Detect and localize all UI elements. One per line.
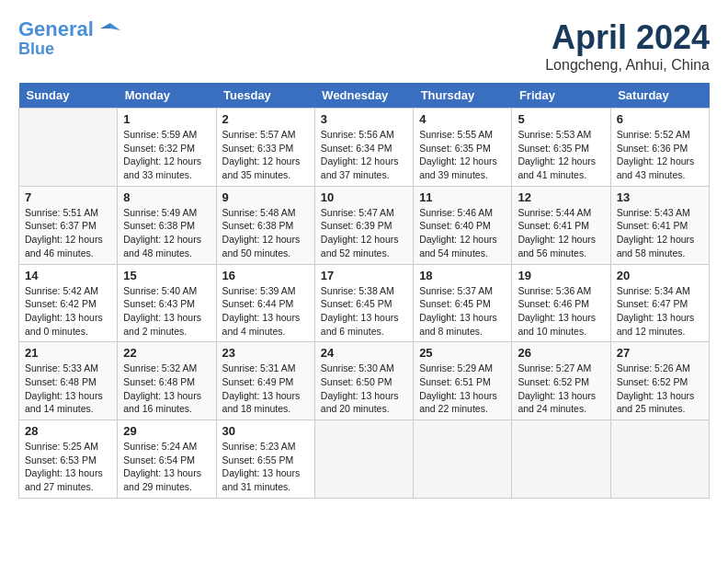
calendar-cell: 6Sunrise: 5:52 AM Sunset: 6:36 PM Daylig… bbox=[610, 109, 709, 187]
header: General Blue April 2024 Longcheng, Anhui… bbox=[18, 18, 710, 74]
calendar-cell: 26Sunrise: 5:27 AM Sunset: 6:52 PM Dayli… bbox=[512, 342, 610, 420]
day-number: 28 bbox=[25, 424, 111, 438]
day-number: 29 bbox=[123, 424, 210, 438]
calendar-cell: 18Sunrise: 5:37 AM Sunset: 6:45 PM Dayli… bbox=[414, 264, 512, 342]
day-number: 26 bbox=[518, 346, 604, 360]
calendar-cell: 4Sunrise: 5:55 AM Sunset: 6:35 PM Daylig… bbox=[414, 109, 512, 187]
calendar-cell: 5Sunrise: 5:53 AM Sunset: 6:35 PM Daylig… bbox=[512, 109, 610, 187]
calendar-cell: 13Sunrise: 5:43 AM Sunset: 6:41 PM Dayli… bbox=[610, 186, 709, 264]
day-number: 18 bbox=[419, 269, 506, 282]
weekday-header-wednesday: Wednesday bbox=[314, 83, 413, 109]
day-info: Sunrise: 5:57 AM Sunset: 6:33 PM Dayligh… bbox=[222, 128, 309, 182]
logo: General Blue bbox=[18, 18, 121, 59]
day-info: Sunrise: 5:48 AM Sunset: 6:38 PM Dayligh… bbox=[222, 206, 309, 260]
calendar-cell: 15Sunrise: 5:40 AM Sunset: 6:43 PM Dayli… bbox=[118, 264, 216, 342]
logo-general: General bbox=[18, 17, 94, 40]
calendar-cell: 25Sunrise: 5:29 AM Sunset: 6:51 PM Dayli… bbox=[414, 342, 512, 420]
calendar-cell: 8Sunrise: 5:49 AM Sunset: 6:38 PM Daylig… bbox=[118, 186, 216, 264]
calendar-cell bbox=[414, 420, 512, 499]
calendar-cell: 28Sunrise: 5:25 AM Sunset: 6:53 PM Dayli… bbox=[19, 420, 118, 499]
calendar-cell: 30Sunrise: 5:23 AM Sunset: 6:55 PM Dayli… bbox=[216, 420, 314, 499]
day-info: Sunrise: 5:37 AM Sunset: 6:45 PM Dayligh… bbox=[419, 284, 506, 339]
day-number: 13 bbox=[617, 190, 703, 204]
day-info: Sunrise: 5:44 AM Sunset: 6:41 PM Dayligh… bbox=[518, 206, 604, 260]
day-number: 21 bbox=[25, 346, 111, 360]
calendar-cell: 1Sunrise: 5:59 AM Sunset: 6:32 PM Daylig… bbox=[118, 109, 216, 187]
day-info: Sunrise: 5:24 AM Sunset: 6:54 PM Dayligh… bbox=[123, 440, 210, 494]
weekday-header-row: SundayMondayTuesdayWednesdayThursdayFrid… bbox=[19, 83, 710, 109]
day-number: 6 bbox=[617, 112, 703, 126]
svg-marker-1 bbox=[100, 23, 110, 29]
title-area: April 2024 Longcheng, Anhui, China bbox=[545, 18, 710, 74]
calendar-cell: 12Sunrise: 5:44 AM Sunset: 6:41 PM Dayli… bbox=[512, 186, 610, 264]
day-number: 20 bbox=[617, 269, 703, 282]
day-number: 7 bbox=[25, 190, 111, 204]
day-number: 16 bbox=[222, 269, 309, 282]
weekday-header-friday: Friday bbox=[512, 83, 610, 109]
calendar-cell: 21Sunrise: 5:33 AM Sunset: 6:48 PM Dayli… bbox=[19, 342, 118, 420]
calendar-cell: 24Sunrise: 5:30 AM Sunset: 6:50 PM Dayli… bbox=[314, 342, 413, 420]
day-info: Sunrise: 5:30 AM Sunset: 6:50 PM Dayligh… bbox=[321, 362, 407, 416]
day-info: Sunrise: 5:34 AM Sunset: 6:47 PM Dayligh… bbox=[617, 284, 703, 339]
weekday-header-thursday: Thursday bbox=[414, 83, 512, 109]
calendar-cell: 2Sunrise: 5:57 AM Sunset: 6:33 PM Daylig… bbox=[216, 109, 314, 187]
day-number: 17 bbox=[321, 269, 407, 282]
calendar-cell bbox=[512, 420, 610, 499]
day-info: Sunrise: 5:39 AM Sunset: 6:44 PM Dayligh… bbox=[222, 284, 309, 339]
calendar-cell: 27Sunrise: 5:26 AM Sunset: 6:52 PM Dayli… bbox=[610, 342, 709, 420]
day-info: Sunrise: 5:51 AM Sunset: 6:37 PM Dayligh… bbox=[25, 206, 111, 260]
calendar-week-row: 14Sunrise: 5:42 AM Sunset: 6:42 PM Dayli… bbox=[19, 264, 710, 342]
day-info: Sunrise: 5:40 AM Sunset: 6:43 PM Dayligh… bbox=[123, 284, 210, 339]
calendar-cell: 9Sunrise: 5:48 AM Sunset: 6:38 PM Daylig… bbox=[216, 186, 314, 264]
day-number: 9 bbox=[222, 190, 309, 204]
day-info: Sunrise: 5:36 AM Sunset: 6:46 PM Dayligh… bbox=[518, 284, 604, 339]
day-info: Sunrise: 5:33 AM Sunset: 6:48 PM Dayligh… bbox=[25, 362, 111, 416]
day-info: Sunrise: 5:52 AM Sunset: 6:36 PM Dayligh… bbox=[617, 128, 703, 182]
day-number: 22 bbox=[123, 346, 210, 360]
day-number: 24 bbox=[321, 346, 407, 360]
day-info: Sunrise: 5:46 AM Sunset: 6:40 PM Dayligh… bbox=[419, 206, 506, 260]
weekday-header-tuesday: Tuesday bbox=[216, 83, 314, 109]
svg-marker-0 bbox=[110, 23, 120, 30]
day-info: Sunrise: 5:23 AM Sunset: 6:55 PM Dayligh… bbox=[222, 440, 309, 494]
calendar-cell: 20Sunrise: 5:34 AM Sunset: 6:47 PM Dayli… bbox=[610, 264, 709, 342]
logo-blue-text: Blue bbox=[18, 40, 121, 59]
day-info: Sunrise: 5:59 AM Sunset: 6:32 PM Dayligh… bbox=[123, 128, 210, 182]
location: Longcheng, Anhui, China bbox=[545, 57, 710, 74]
day-number: 12 bbox=[518, 190, 604, 204]
day-number: 15 bbox=[123, 269, 210, 282]
day-number: 14 bbox=[25, 269, 111, 282]
calendar-table: SundayMondayTuesdayWednesdayThursdayFrid… bbox=[18, 83, 710, 499]
day-number: 11 bbox=[419, 190, 506, 204]
calendar-cell: 29Sunrise: 5:24 AM Sunset: 6:54 PM Dayli… bbox=[118, 420, 216, 499]
logo-text: General bbox=[18, 18, 121, 40]
calendar-week-row: 21Sunrise: 5:33 AM Sunset: 6:48 PM Dayli… bbox=[19, 342, 710, 420]
weekday-header-sunday: Sunday bbox=[19, 83, 118, 109]
calendar-week-row: 28Sunrise: 5:25 AM Sunset: 6:53 PM Dayli… bbox=[19, 420, 710, 499]
day-info: Sunrise: 5:55 AM Sunset: 6:35 PM Dayligh… bbox=[419, 128, 506, 182]
day-number: 25 bbox=[419, 346, 506, 360]
weekday-header-saturday: Saturday bbox=[610, 83, 709, 109]
calendar-cell: 17Sunrise: 5:38 AM Sunset: 6:45 PM Dayli… bbox=[314, 264, 413, 342]
day-info: Sunrise: 5:26 AM Sunset: 6:52 PM Dayligh… bbox=[617, 362, 703, 416]
calendar-cell: 7Sunrise: 5:51 AM Sunset: 6:37 PM Daylig… bbox=[19, 186, 118, 264]
day-number: 2 bbox=[222, 112, 309, 126]
day-info: Sunrise: 5:43 AM Sunset: 6:41 PM Dayligh… bbox=[617, 206, 703, 260]
logo-blue-icon bbox=[94, 17, 121, 40]
day-number: 3 bbox=[321, 112, 407, 126]
calendar-cell bbox=[610, 420, 709, 499]
day-info: Sunrise: 5:27 AM Sunset: 6:52 PM Dayligh… bbox=[518, 362, 604, 416]
calendar-cell: 10Sunrise: 5:47 AM Sunset: 6:39 PM Dayli… bbox=[314, 186, 413, 264]
calendar-cell: 19Sunrise: 5:36 AM Sunset: 6:46 PM Dayli… bbox=[512, 264, 610, 342]
calendar-week-row: 1Sunrise: 5:59 AM Sunset: 6:32 PM Daylig… bbox=[19, 109, 710, 187]
day-info: Sunrise: 5:47 AM Sunset: 6:39 PM Dayligh… bbox=[321, 206, 407, 260]
calendar-cell: 22Sunrise: 5:32 AM Sunset: 6:48 PM Dayli… bbox=[118, 342, 216, 420]
day-number: 8 bbox=[123, 190, 210, 204]
calendar-week-row: 7Sunrise: 5:51 AM Sunset: 6:37 PM Daylig… bbox=[19, 186, 710, 264]
day-info: Sunrise: 5:31 AM Sunset: 6:49 PM Dayligh… bbox=[222, 362, 309, 416]
day-number: 30 bbox=[222, 424, 309, 438]
weekday-header-monday: Monday bbox=[118, 83, 216, 109]
day-number: 27 bbox=[617, 346, 703, 360]
day-info: Sunrise: 5:25 AM Sunset: 6:53 PM Dayligh… bbox=[25, 440, 111, 494]
day-number: 23 bbox=[222, 346, 309, 360]
